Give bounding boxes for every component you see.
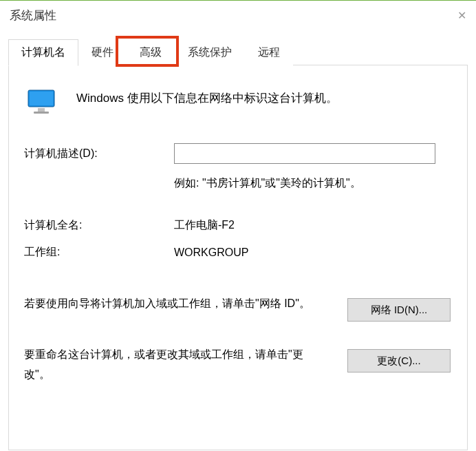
network-id-button[interactable]: 网络 ID(N)... [347,298,451,322]
fullname-row: 计算机全名: 工作电脑-F2 [24,218,452,233]
tab-panel-computer-name: Windows 使用以下信息在网络中标识这台计算机。 计算机描述(D): 例如:… [8,65,468,450]
tab-remote[interactable]: 远程 [245,39,293,65]
tab-system-protection[interactable]: 系统保护 [175,39,245,65]
svg-rect-3 [34,112,49,114]
description-label: 计算机描述(D): [24,147,174,161]
close-icon[interactable]: ✕ [457,9,466,22]
tab-advanced[interactable]: 高级 [127,39,175,65]
workgroup-label: 工作组: [24,245,174,260]
svg-rect-1 [30,92,53,105]
tab-computer-name[interactable]: 计算机名 [8,39,78,66]
description-input[interactable] [174,143,435,164]
change-button[interactable]: 更改(C)... [347,349,451,373]
change-text: 要重命名这台计算机，或者更改其域或工作组，请单击"更改"。 [24,345,327,385]
workgroup-row: 工作组: WORKGROUP [24,245,452,260]
dialog-content: 计算机名 硬件 高级 系统保护 远程 Windows 使用以下信息在网络中标识这… [8,38,468,450]
intro-text: Windows 使用以下信息在网络中标识这台计算机。 [76,90,338,106]
monitor-icon [27,89,57,118]
network-id-text: 若要使用向导将计算机加入域或工作组，请单击"网络 ID"。 [24,294,327,314]
intro-row: Windows 使用以下信息在网络中标识这台计算机。 [24,89,452,118]
fullname-value: 工作电脑-F2 [174,218,235,233]
network-id-section: 若要使用向导将计算机加入域或工作组，请单击"网络 ID"。 网络 ID(N)..… [24,294,452,322]
description-row: 计算机描述(D): [24,143,452,164]
titlebar: 系统属性 ✕ [0,1,476,30]
description-hint: 例如: "书房计算机"或"美玲的计算机"。 [174,176,452,191]
fullname-label: 计算机全名: [24,218,174,233]
svg-rect-2 [38,108,45,112]
tab-hardware[interactable]: 硬件 [78,39,127,65]
tab-bar: 计算机名 硬件 高级 系统保护 远程 [8,38,468,65]
workgroup-value: WORKGROUP [174,247,248,259]
change-section: 要重命名这台计算机，或者更改其域或工作组，请单击"更改"。 更改(C)... [24,345,452,385]
system-properties-window: 系统属性 ✕ 计算机名 硬件 高级 系统保护 远程 Wi [0,0,476,451]
window-title: 系统属性 [10,8,56,23]
